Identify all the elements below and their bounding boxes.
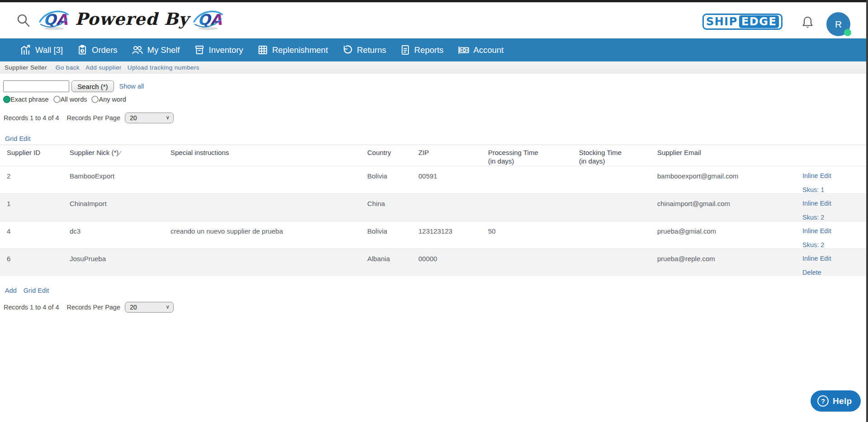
presence-dot [844, 29, 851, 36]
records-count-text: Records 1 to 4 of 4 [4, 114, 59, 122]
suppliers-table: Supplier ID Supplier Nick (*)⁄ Special i… [0, 145, 866, 276]
inline-edit-link[interactable]: Inline Edit [802, 227, 863, 234]
qa-logo: QA [39, 8, 69, 33]
radio-label: Exact phrase [10, 96, 49, 103]
cell-country: Albania [367, 249, 418, 276]
notifications-bell-icon[interactable] [802, 16, 814, 31]
inline-edit-link[interactable]: Inline Edit [802, 255, 863, 262]
search-input[interactable] [3, 80, 69, 92]
inventory-box-icon [194, 44, 205, 56]
report-document-icon [400, 44, 410, 56]
records-count-text: Records 1 to 4 of 4 [4, 304, 59, 311]
wall-chart-icon [20, 44, 31, 56]
column-header-supplier-email: Supplier Email [657, 145, 802, 166]
cell-special-instructions [171, 249, 367, 276]
window-right-edge [866, 0, 868, 422]
nav-item-returns[interactable]: Returns [342, 44, 386, 56]
records-per-page-label: Records Per Page [67, 304, 120, 311]
grid-edit-link-bottom[interactable]: Grid Edit [24, 287, 49, 294]
table-bottom-links: Add Grid Edit [5, 287, 868, 294]
avatar[interactable]: R [826, 12, 850, 36]
nav-item-account[interactable]: Account [458, 44, 504, 56]
qa-logo-2: QA [193, 8, 223, 33]
nav-item-wall[interactable]: Wall [3] [20, 44, 63, 56]
add-supplier-link[interactable]: Add supplier [85, 64, 122, 71]
sort-ascending-icon: ⁄ [119, 150, 120, 156]
radio-label: All words [61, 96, 87, 103]
add-link[interactable]: Add [5, 287, 17, 294]
nav-item-label: Returns [357, 45, 386, 55]
nav-item-reports[interactable]: Reports [400, 44, 444, 56]
cell-supplier-id: 6 [0, 249, 70, 276]
shipedge-logo[interactable]: SHIP EDGE [702, 14, 783, 30]
page-title: Supplier Seller [5, 64, 47, 71]
radio-unselected-icon [53, 96, 61, 103]
radio-unselected-icon [91, 96, 99, 103]
search-button[interactable]: Search (*) [71, 80, 114, 92]
orders-clipboard-icon [77, 44, 88, 56]
shipedge-logo-ship: SHIP [706, 15, 738, 28]
skus-link[interactable]: Skus: 2 [802, 241, 863, 249]
radio-option-all-words[interactable]: All words [53, 96, 87, 103]
avatar-initial: R [835, 19, 842, 30]
cell-stocking-time [579, 221, 657, 249]
column-header-supplier-nick[interactable]: Supplier Nick (*)⁄ [70, 145, 171, 166]
go-back-link[interactable]: Go back [56, 64, 80, 71]
nav-item-label: Replenishment [272, 45, 328, 55]
main-nav: Wall [3] Orders My Shelf [0, 38, 868, 61]
nav-item-label: Inventory [209, 45, 243, 55]
pagination-bottom: Records 1 to 4 of 4 Records Per Page 20 … [4, 302, 868, 313]
records-per-page-select[interactable]: 20 [125, 302, 174, 313]
skus-link[interactable]: Skus: 2 [802, 214, 863, 221]
cell-processing-time [488, 166, 579, 193]
upload-tracking-numbers-link[interactable]: Upload tracking numbers [128, 64, 199, 71]
cell-zip: 00591 [418, 166, 488, 193]
cell-zip [418, 193, 488, 221]
delete-link[interactable]: Delete [802, 269, 863, 276]
search-icon[interactable] [16, 13, 31, 28]
table-row: 6 JosuPrueba Albania 00000 prueba@reple.… [0, 249, 866, 276]
radio-selected-icon [3, 96, 10, 103]
nav-item-inventory[interactable]: Inventory [194, 44, 243, 56]
grid-edit-link-top[interactable]: Grid Edit [5, 135, 30, 142]
cell-supplier-email: prueba@reple.com [657, 249, 802, 276]
cell-special-instructions [171, 193, 367, 221]
table-row: 1 ChinaImport China chinaimport@gmail.co… [0, 193, 866, 221]
table-row: 4 dc3 creando un nuevo supplier de prueb… [0, 221, 866, 249]
cell-special-instructions: creando un nuevo supplier de prueba [171, 221, 367, 249]
cell-supplier-email: prueba@gmial.com [657, 221, 802, 249]
inline-edit-link[interactable]: Inline Edit [802, 172, 863, 179]
skus-link[interactable]: Skus: 1 [802, 186, 863, 193]
search-row: Search (*) Show all [3, 80, 868, 92]
cell-stocking-time [579, 166, 657, 193]
nav-item-my-shelf[interactable]: My Shelf [132, 44, 180, 56]
help-button[interactable]: ? Help [811, 390, 861, 412]
radio-option-exact-phrase[interactable]: Exact phrase [3, 96, 49, 103]
main-content: Search (*) Show all Exact phrase All wor… [0, 74, 868, 313]
cell-processing-time [488, 193, 579, 221]
search-mode-options: Exact phrase All words Any word [3, 96, 868, 103]
nav-item-label: Reports [414, 45, 444, 55]
nav-item-label: My Shelf [147, 45, 180, 55]
cell-country: Bolivia [367, 221, 418, 249]
app-header: QA Powered By QA SHIP EDGE R [0, 2, 868, 38]
inline-edit-link[interactable]: Inline Edit [802, 200, 863, 207]
column-header-actions [802, 145, 866, 166]
column-header-supplier-id: Supplier ID [0, 145, 70, 166]
cell-country: Bolivia [367, 166, 418, 193]
cell-zip: 123123123 [418, 221, 488, 249]
pagination-top: Records 1 to 4 of 4 Records Per Page 20 … [4, 113, 868, 123]
help-button-label: Help [833, 396, 852, 406]
records-per-page-select[interactable]: 20 [125, 113, 174, 123]
radio-option-any-word[interactable]: Any word [91, 96, 126, 103]
cell-country: China [367, 193, 418, 221]
show-all-link[interactable]: Show all [119, 83, 144, 90]
records-per-page-label: Records Per Page [67, 114, 120, 122]
nav-item-label: Orders [92, 45, 118, 55]
radio-label: Any word [99, 96, 126, 103]
table-row: 2 BambooExport Bolivia 00591 bambooexpor… [0, 166, 866, 193]
nav-item-label: Wall [3] [35, 45, 63, 55]
column-header-zip: ZIP [418, 145, 488, 166]
nav-item-replenishment[interactable]: Replenishment [257, 44, 328, 56]
nav-item-orders[interactable]: Orders [77, 44, 118, 56]
